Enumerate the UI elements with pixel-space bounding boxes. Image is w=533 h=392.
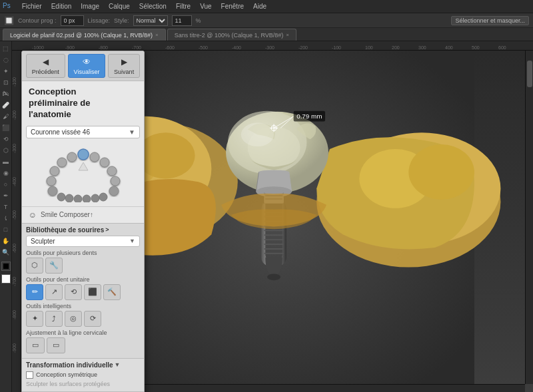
symetrique-label: Conception symétrique <box>36 371 97 378</box>
tool-multiple-2[interactable]: 🔧 <box>45 258 63 274</box>
ruler-vtick-5: -600 <box>12 244 17 253</box>
smile-composer-row[interactable]: ☺ Smile Composer↑ <box>22 206 144 223</box>
tools-cervical-row: ▭ ▭ <box>26 337 140 353</box>
svg-rect-33 <box>264 248 284 250</box>
panel-nav: ◀ Précédent 👁 Visualiser ▶ Suivant <box>22 51 144 81</box>
style-label: Style: <box>114 17 129 24</box>
toolbar: 🔲 Contour prog : Lissage: Style: Normal … <box>0 13 533 28</box>
svg-point-37 <box>67 152 77 162</box>
svg-point-41 <box>48 186 57 196</box>
tool-smart-2[interactable]: ⤴ <box>45 311 63 327</box>
ruler-tick-11: 200 <box>392 45 400 50</box>
tool-smart-1[interactable]: ✦ <box>26 311 43 327</box>
nav-visualiser-button[interactable]: 👁 Visualiser <box>68 54 106 78</box>
tool-heal[interactable]: 🩹 <box>1 100 11 110</box>
tool-pen[interactable]: ✒ <box>1 191 11 200</box>
svg-point-47 <box>57 193 65 201</box>
svg-rect-34 <box>264 253 284 254</box>
bg-color[interactable] <box>1 274 11 284</box>
tool-single-4[interactable]: ⬛ <box>84 284 101 300</box>
tool-single-1[interactable]: ✏ <box>26 284 43 300</box>
tool-crop[interactable]: ⊡ <box>1 78 11 87</box>
tool-type[interactable]: T <box>1 202 11 212</box>
fg-color[interactable] <box>1 262 11 271</box>
dropdown-couronne-text: Couronne vissée 46 <box>31 128 129 136</box>
menu-fenetre[interactable]: Fenêtre <box>219 2 246 11</box>
tool-smart-4[interactable]: ⟳ <box>84 311 101 327</box>
nav-suivant-button[interactable]: ▶ Suivant <box>108 54 140 78</box>
tool-cervical-2[interactable]: ▭ <box>47 337 65 353</box>
menu-selection[interactable]: Sélection <box>137 2 169 11</box>
tool-blur[interactable]: ◉ <box>1 168 11 178</box>
svg-point-48 <box>65 194 73 202</box>
menu-aide[interactable]: Aide <box>251 2 268 11</box>
tool-single-3[interactable]: ⟲ <box>65 284 82 300</box>
tool-path[interactable]: ⤹ <box>1 214 11 223</box>
menu-fichier[interactable]: Fichier <box>20 2 44 11</box>
tool-select[interactable]: ⬚ <box>1 44 11 53</box>
contour-input[interactable] <box>61 15 84 26</box>
svg-point-46 <box>109 186 119 196</box>
library-header[interactable]: Bibliothèque de sourires > <box>26 226 140 234</box>
conception-panel: ◀ Précédent 👁 Visualiser ▶ Suivant Conce… <box>21 51 145 392</box>
svg-point-38 <box>57 158 67 167</box>
contour-label: Contour prog : <box>18 17 57 24</box>
nav-visualiser-label: Visualiser <box>74 69 100 75</box>
tool-cervical-1[interactable]: ▭ <box>26 337 45 353</box>
tool-hand[interactable]: ✋ <box>1 236 11 246</box>
tool-stamp[interactable]: ⬛ <box>1 123 11 132</box>
select-mask-button[interactable]: Sélectionner et masquer... <box>451 16 529 25</box>
sculpter-dropdown[interactable]: Sculpter ▼ <box>26 236 140 247</box>
transform-label: Transformation individuelle <box>26 361 113 369</box>
tool-single-2[interactable]: ↗ <box>45 284 63 300</box>
dropdown-couronne[interactable]: Couronne vissée 46 ▼ <box>26 126 140 138</box>
tool-smart-3[interactable]: ◎ <box>65 311 82 327</box>
tool-magic[interactable]: ✦ <box>1 67 11 76</box>
ruler-vtick-3: -400 <box>12 177 17 186</box>
left-tools: ⬚ ◌ ✦ ⊡ 🖎 🩹 🖌 ⬛ ⟲ ⬡ ▬ ◉ ○ ✒ T ⤹ □ ✋ 🔍 <box>0 41 12 392</box>
nav-previous-button[interactable]: ◀ Précédent <box>26 54 65 78</box>
menu-image[interactable]: Image <box>79 2 101 11</box>
tool-brush[interactable]: 🖌 <box>1 112 11 121</box>
tab-secondary-close[interactable]: × <box>286 32 289 38</box>
tool-gradient[interactable]: ▬ <box>1 157 11 166</box>
tab-secondary[interactable]: Sans titre-2 @ 100% (Calque 1, RVB/8#) × <box>167 29 296 41</box>
tool-shape[interactable]: □ <box>1 225 11 234</box>
scrollbar-vertical[interactable] <box>525 51 533 384</box>
tool-eyedropper[interactable]: 🖎 <box>1 89 11 98</box>
panel-title-text: Conception <box>29 87 77 97</box>
menu-filtre[interactable]: Filtre <box>174 2 193 11</box>
nav-suivant-label: Suivant <box>114 69 134 75</box>
scroll-thumb-v[interactable] <box>527 61 532 87</box>
menu-edition[interactable]: Edition <box>49 2 74 11</box>
tab-secondary-label: Sans titre-2 @ 100% (Calque 1, RVB/8#) <box>175 32 284 39</box>
svg-point-40 <box>47 176 56 186</box>
style-select[interactable]: Normal <box>133 15 168 26</box>
opacity-input[interactable] <box>172 15 192 26</box>
nav-previous-label: Précédent <box>32 69 59 75</box>
menu-calque[interactable]: Calque <box>107 2 132 11</box>
ruler-tick-15: 600 <box>498 45 506 50</box>
menu-vue[interactable]: Vue <box>198 2 213 11</box>
svg-point-35 <box>267 274 280 280</box>
sculpter-arrow-icon: ▼ <box>129 238 135 244</box>
tools-multiple-row: ⬡ 🔧 <box>26 258 140 274</box>
tool-history[interactable]: ⟲ <box>1 134 11 144</box>
svg-point-50 <box>83 195 91 202</box>
svg-point-42 <box>90 152 99 162</box>
protected-surfaces-text: Sculpter les surfaces protégées <box>26 381 140 387</box>
library-arrow-icon: > <box>105 226 109 233</box>
ruler-tick-9: -100 <box>332 45 341 50</box>
tool-lasso[interactable]: ◌ <box>1 55 11 65</box>
tool-eraser[interactable]: ⬡ <box>1 146 11 155</box>
tool-zoom[interactable]: 🔍 <box>1 248 11 257</box>
tab-active-close[interactable]: × <box>155 32 159 38</box>
tool-multiple-1[interactable]: ⬡ <box>26 258 43 274</box>
symetrique-checkbox[interactable] <box>26 371 33 379</box>
tool-dodge[interactable]: ○ <box>1 180 11 189</box>
ruler-tick-4: -600 <box>165 45 175 50</box>
tab-active[interactable]: Logiciel de planif 02.psd @ 100% (Calque… <box>3 29 166 41</box>
tooth-arc-diagram <box>40 142 127 202</box>
sculpter-text: Sculpter <box>31 238 129 245</box>
tool-single-5[interactable]: 🔨 <box>103 284 121 300</box>
